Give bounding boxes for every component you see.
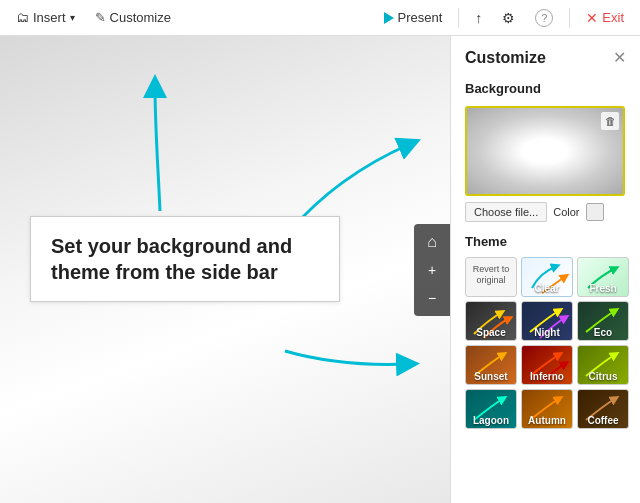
theme-item-eco[interactable]: Eco [577,301,629,341]
customize-sidebar: Customize ✕ Background 🗑 Choose file... … [450,36,640,503]
theme-preview-clear: Clear [521,257,573,297]
theme-grid: Revert tooriginal Clear [465,257,626,429]
home-icon: ⌂ [427,233,437,251]
theme-name-citrus: Citrus [578,371,628,382]
insert-label: Insert [33,10,66,25]
theme-preview-eco: Eco [577,301,629,341]
theme-item-autumn[interactable]: Autumn [521,389,573,429]
theme-item-revert[interactable]: Revert tooriginal [465,257,517,297]
theme-name-autumn: Autumn [522,415,572,426]
instruction-text: Set your background andtheme from the si… [51,235,292,283]
zoom-in-button[interactable]: + [418,256,446,284]
theme-name-sunset: Sunset [466,371,516,382]
exit-label: Exit [602,10,624,25]
theme-item-space[interactable]: Space [465,301,517,341]
color-swatch-button[interactable] [586,203,604,221]
theme-name-eco: Eco [578,327,628,338]
home-view-button[interactable]: ⌂ [418,228,446,256]
theme-item-clear[interactable]: Clear [521,257,573,297]
theme-name-fresh: Fresh [578,283,628,294]
present-label: Present [398,10,443,25]
theme-item-citrus[interactable]: Citrus [577,345,629,385]
toolbar-separator [458,8,459,28]
sidebar-close-button[interactable]: ✕ [613,48,626,67]
theme-preview-autumn: Autumn [521,389,573,429]
theme-preview-fresh: Fresh [577,257,629,297]
theme-preview-lagoon: Lagoon [465,389,517,429]
help-button[interactable]: ? [527,5,561,31]
theme-section-label: Theme [465,234,626,253]
theme-preview-sunset: Sunset [465,345,517,385]
theme-preview-inferno: Inferno [521,345,573,385]
background-preview-image [467,108,623,194]
theme-item-fresh[interactable]: Fresh [577,257,629,297]
theme-revert-text: Revert tooriginal [466,258,516,286]
present-button[interactable]: Present [376,6,451,29]
theme-item-lagoon[interactable]: Lagoon [465,389,517,429]
theme-preview-citrus: Citrus [577,345,629,385]
customize-label: Customize [110,10,171,25]
zoom-in-icon: + [428,262,436,278]
theme-item-sunset[interactable]: Sunset [465,345,517,385]
canvas-area: Set your background andtheme from the si… [0,36,450,503]
settings-button[interactable]: ⚙ [494,6,523,30]
help-icon: ? [535,9,553,27]
customize-button[interactable]: ✎ Customize [87,6,179,29]
theme-name-space: Space [466,327,516,338]
theme-preview-space: Space [465,301,517,341]
theme-name-coffee: Coffee [578,415,628,426]
color-label: Color [553,206,579,218]
background-section-label: Background [451,75,640,100]
present-play-icon [384,12,394,24]
theme-preview-night: Night [521,301,573,341]
insert-button[interactable]: 🗂 Insert ▾ [8,6,83,29]
theme-name-inferno: Inferno [522,371,572,382]
choose-file-button[interactable]: Choose file... [465,202,547,222]
theme-name-clear: Clear [522,283,572,294]
share-button[interactable]: ↑ [467,6,490,30]
toolbar-separator-2 [569,8,570,28]
insert-dropdown-icon: ▾ [70,12,75,23]
zoom-out-icon: − [428,290,436,306]
exit-x-icon: ✕ [586,10,598,26]
background-preview-area: 🗑 Choose file... Color [451,100,640,228]
share-icon: ↑ [475,10,482,26]
zoom-out-button[interactable]: − [418,284,446,312]
insert-icon: 🗂 [16,10,29,25]
customize-pencil-icon: ✎ [95,10,106,25]
theme-item-inferno[interactable]: Inferno [521,345,573,385]
instruction-text-box: Set your background andtheme from the si… [30,216,340,302]
main-toolbar: 🗂 Insert ▾ ✎ Customize Present ↑ ⚙ ? ✕ E… [0,0,640,36]
theme-preview-revert: Revert tooriginal [465,257,517,297]
main-area: Set your background andtheme from the si… [0,36,640,503]
theme-item-coffee[interactable]: Coffee [577,389,629,429]
background-controls: Choose file... Color [465,202,626,222]
theme-name-night: Night [522,327,572,338]
background-delete-button[interactable]: 🗑 [601,112,619,130]
theme-name-lagoon: Lagoon [466,415,516,426]
theme-section: Theme Revert tooriginal [451,228,640,435]
sidebar-header: Customize ✕ [451,36,640,75]
theme-preview-coffee: Coffee [577,389,629,429]
sidebar-title: Customize [465,49,546,67]
mini-side-toolbar: ⌂ + − [414,224,450,316]
settings-icon: ⚙ [502,10,515,26]
theme-item-night[interactable]: Night [521,301,573,341]
exit-button[interactable]: ✕ Exit [578,6,632,30]
background-preview[interactable]: 🗑 [465,106,625,196]
